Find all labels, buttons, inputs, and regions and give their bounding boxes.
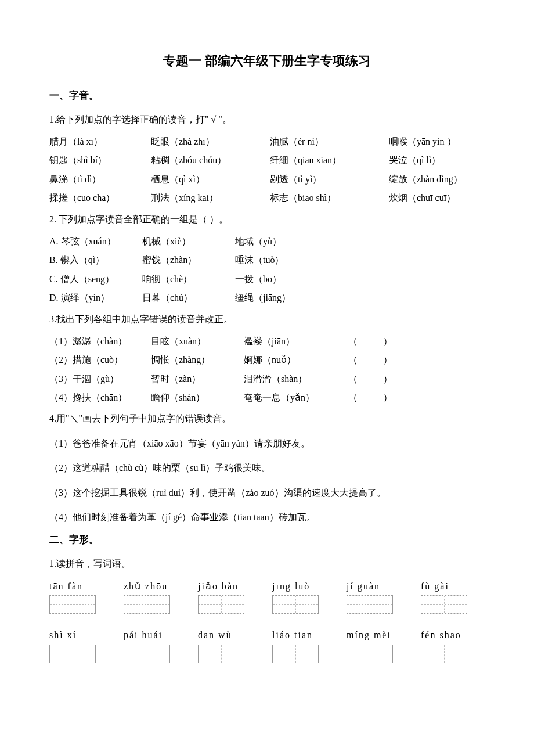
q2-cell: D. 演绎（yìn）	[49, 291, 142, 304]
q1-cell: 哭泣（qì lì）	[389, 154, 485, 167]
q2-cell: 日暮（chú）	[142, 291, 235, 304]
sec2-q1-stem: 1.读拼音，写词语。	[49, 555, 485, 573]
q3-cell: 婀娜（nuǒ）	[244, 354, 348, 366]
q1-cell: 咽喉（yān yín ）	[389, 135, 485, 148]
q3-cell: 褴褛（jiān）	[244, 335, 348, 348]
q4-item-1: （1）爸爸准备在元宵（xiāo xāo）节宴（yān yàn）请亲朋好友。	[49, 435, 485, 452]
write-box[interactable]	[49, 645, 96, 663]
write-box[interactable]	[421, 645, 467, 663]
write-box[interactable]	[347, 645, 393, 663]
pinyin-cell: jiǎo bàn	[198, 580, 262, 593]
q2-cell: A. 琴弦（xuán）	[49, 235, 142, 248]
write-box[interactable]	[347, 595, 393, 614]
q3-row-2: （2）措施（cuò） 惆怅（zhàng） 婀娜（nuǒ） （ ）	[49, 354, 485, 366]
paren-open: （	[348, 335, 383, 348]
q1-cell: 剔透（tì yì）	[270, 173, 383, 186]
q1-cell: 油腻（ér nì）	[270, 135, 383, 148]
q1-cell: 标志（biāo shì）	[270, 192, 383, 204]
pinyin-row-1: tān fàn zhǔ zhōu jiǎo bàn jīng luò jí gu…	[49, 580, 485, 593]
q3-cell: （3）干涸（gù）	[49, 373, 151, 386]
q1-cell: 眨眼（zhá zhī）	[151, 135, 264, 148]
paren-close: ）	[383, 391, 418, 404]
q1-cell: 揉搓（cuō chā）	[49, 192, 145, 204]
q2-cell: 蜜饯（zhàn）	[142, 254, 235, 267]
q4-item-2: （2）这道糖醋（chù cù）味的栗（sū lì）子鸡很美味。	[49, 459, 485, 477]
paren-open: （	[348, 391, 383, 404]
write-box[interactable]	[272, 595, 319, 614]
section-2-head: 二、字形。	[49, 533, 485, 547]
pinyin-cell: fén shāo	[421, 629, 485, 642]
q2-opt-c: C. 僧人（sēng） 响彻（chè） 一拨（bō）	[49, 273, 485, 286]
q3-cell: （2）措施（cuò）	[49, 354, 151, 366]
q1-cell: 炊烟（chuī cuī）	[389, 192, 485, 204]
pinyin-cell: liáo tiān	[272, 629, 336, 642]
q3-cell: 泪潸潸（shàn）	[244, 373, 348, 386]
q2-opt-b: B. 锲入（qì） 蜜饯（zhàn） 唾沫（tuò）	[49, 254, 485, 267]
pinyin-cell: tān fàn	[49, 580, 113, 593]
q2-cell: 地域（yù）	[235, 235, 328, 248]
write-box[interactable]	[124, 645, 170, 663]
pinyin-row-2: shì xí pái huái dān wù liáo tiān míng mè…	[49, 629, 485, 642]
q3-cell: 瞻仰（shàn）	[151, 391, 244, 404]
q1-cell: 鼻涕（tì dì）	[49, 173, 145, 186]
paren-close: ）	[383, 335, 418, 348]
section-1-head: 一、字音。	[49, 89, 485, 103]
q3-cell: （1）潺潺（chàn）	[49, 335, 151, 348]
q1-cell: 刑法（xíng kāi）	[151, 192, 264, 204]
q4-stem: 4.用"＼"画去下列句子中加点字的错误读音。	[49, 410, 485, 427]
pinyin-cell: fù gài	[421, 580, 485, 593]
q4-item-4: （4）他们时刻准备着为革（jí gé）命事业添（tiān tāan）砖加瓦。	[49, 509, 485, 526]
q1-row-3: 鼻涕（tì dì） 栖息（qì xì） 剔透（tì yì） 绽放（zhàn dì…	[49, 173, 485, 186]
q2-cell: B. 锲入（qì）	[49, 254, 142, 267]
write-box[interactable]	[198, 645, 244, 663]
pinyin-cell: jīng luò	[272, 580, 336, 593]
q1-stem: 1.给下列加点的字选择正确的读音，打" √ "。	[49, 111, 485, 128]
q2-cell: 缰绳（jiāng）	[235, 291, 328, 304]
q1-row-4: 揉搓（cuō chā） 刑法（xíng kāi） 标志（biāo shì） 炊烟…	[49, 192, 485, 204]
q3-cell: （4）搀扶（chān）	[49, 391, 151, 404]
q3-cell: 暂时（zàn）	[151, 373, 244, 386]
q3-row-1: （1）潺潺（chàn） 目眩（xuàn） 褴褛（jiān） （ ）	[49, 335, 485, 348]
q1-row-2: 钥匙（shì bí） 粘稠（zhóu chóu） 纤细（qiān xiān） 哭…	[49, 154, 485, 167]
paren-close: ）	[383, 373, 418, 386]
pinyin-cell: dān wù	[198, 629, 262, 642]
writebox-row-1	[49, 595, 485, 617]
q3-cell: 惆怅（zhàng）	[151, 354, 244, 366]
q1-row-1: 腊月（là xī） 眨眼（zhá zhī） 油腻（ér nì） 咽喉（yān y…	[49, 135, 485, 148]
q3-cell: 目眩（xuàn）	[151, 335, 244, 348]
q2-stem: 2. 下列加点字读音全部正确的一组是（ ）。	[49, 211, 485, 228]
q1-cell: 钥匙（shì bí）	[49, 154, 145, 167]
paren-open: （	[348, 373, 383, 386]
write-box[interactable]	[421, 595, 467, 614]
q2-opt-a: A. 琴弦（xuán） 机械（xiè） 地域（yù）	[49, 235, 485, 248]
pinyin-cell: zhǔ zhōu	[124, 580, 187, 593]
q1-cell: 腊月（là xī）	[49, 135, 145, 148]
write-box[interactable]	[49, 595, 96, 614]
writebox-row-2	[49, 645, 485, 667]
q2-cell: 唾沫（tuò）	[235, 254, 328, 267]
q4-item-3: （3）这个挖掘工具很锐（ruì duì）利，使开凿（záo zuó）沟渠的速度大…	[49, 484, 485, 502]
pinyin-cell: shì xí	[49, 629, 113, 642]
q2-cell: C. 僧人（sēng）	[49, 273, 142, 286]
pinyin-cell: jí guàn	[347, 580, 410, 593]
q3-row-4: （4）搀扶（chān） 瞻仰（shàn） 奄奄一息（yǎn） （ ）	[49, 391, 485, 404]
q1-cell: 绽放（zhàn dìng）	[389, 173, 485, 186]
page-title: 专题一 部编六年级下册生字专项练习	[49, 52, 485, 70]
paren-close: ）	[383, 354, 418, 366]
q1-cell: 粘稠（zhóu chóu）	[151, 154, 264, 167]
paren-open: （	[348, 354, 383, 366]
write-box[interactable]	[272, 645, 319, 663]
q2-opt-d: D. 演绎（yìn） 日暮（chú） 缰绳（jiāng）	[49, 291, 485, 304]
write-box[interactable]	[198, 595, 244, 614]
pinyin-cell: pái huái	[124, 629, 187, 642]
q2-cell: 响彻（chè）	[142, 273, 235, 286]
q3-stem: 3.找出下列各组中加点字错误的读音并改正。	[49, 311, 485, 328]
q3-cell: 奄奄一息（yǎn）	[244, 391, 348, 404]
pinyin-cell: míng mèi	[347, 629, 410, 642]
q3-row-3: （3）干涸（gù） 暂时（zàn） 泪潸潸（shàn） （ ）	[49, 373, 485, 386]
q1-cell: 纤细（qiān xiān）	[270, 154, 383, 167]
q1-cell: 栖息（qì xì）	[151, 173, 264, 186]
write-box[interactable]	[124, 595, 170, 614]
q2-cell: 一拨（bō）	[235, 273, 328, 286]
q2-cell: 机械（xiè）	[142, 235, 235, 248]
